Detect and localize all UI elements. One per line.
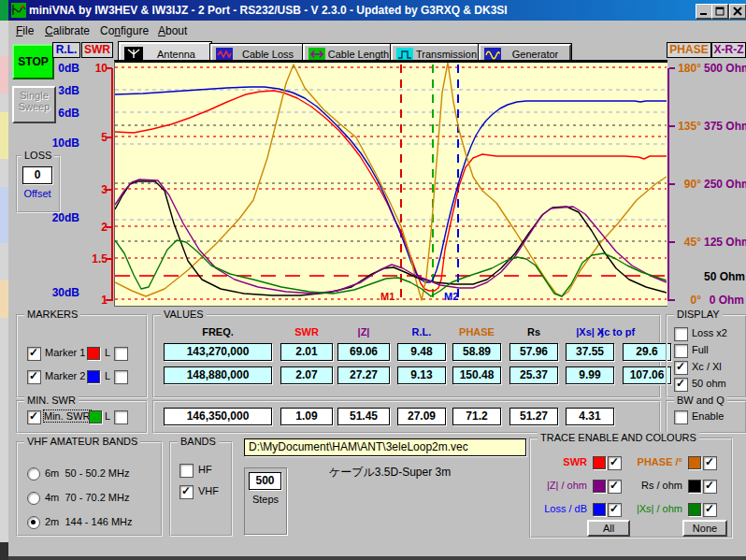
header-rl: R.L. [397,326,446,337]
m2-freq-field[interactable]: 148,880,000 [164,366,272,384]
min-xs-field[interactable]: 4.31 [566,408,614,425]
m1-z-field[interactable]: 69.06 [337,343,390,361]
m1-rl-field[interactable]: 9.48 [397,343,446,361]
marker2-l-checkbox[interactable] [114,370,128,384]
m2-swr-field[interactable]: 2.07 [280,366,333,384]
min-swr-checkbox[interactable] [27,410,41,424]
display-group-title: DISPLAY [674,309,723,320]
trace-swr-swatch[interactable] [593,456,606,469]
window-bottom-edge [8,556,746,560]
ohm50-checkbox[interactable] [674,378,688,392]
min-rs-field[interactable]: 51.27 [509,408,558,425]
marker1-l-checkbox[interactable] [114,347,128,361]
band-4m-radio[interactable] [27,492,40,505]
marker1-checkbox[interactable] [27,347,41,361]
m2-rs-field[interactable]: 25.37 [509,366,558,384]
chart-plot-area[interactable]: M1M2 [114,60,667,307]
vhf-checkbox[interactable] [179,485,194,499]
trace-phase-checkbox[interactable] [703,456,717,470]
trace-xs-swatch[interactable] [688,503,701,516]
trace-swr-checkbox[interactable] [608,456,622,470]
ohm-tick: 500 Ohm [704,62,744,75]
trace-xs-label: |Xs| / ohm [621,503,682,514]
m1-phase-field[interactable]: 58.89 [452,343,501,361]
trace-loss [115,87,667,282]
file-path-field[interactable]: D:\MyDocument\HAM\ANT\3eleLoop2m.vec [244,438,526,456]
db-tick: 10dB [51,136,79,150]
m1-freq-field[interactable]: 143,270,000 [164,343,272,361]
trace-rs-label: Rs / ohm [621,480,682,491]
xc-xl-checkbox[interactable] [674,361,688,375]
min-swr-field[interactable]: 1.09 [280,408,333,425]
antenna-icon [124,47,143,61]
maximize-icon [715,7,724,16]
phase-tick: 0° [673,294,701,307]
m2-rl-field[interactable]: 9.13 [397,366,446,384]
m1-xc-field[interactable]: 29.6 [623,343,671,361]
band-2m-radio[interactable] [27,516,40,529]
loss-offset-input[interactable]: 0 [22,166,52,184]
swr-axis [111,68,113,301]
trace-z-checkbox[interactable] [608,480,622,494]
m2-phase-field[interactable]: 150.48 [452,366,501,384]
min-freq-field[interactable]: 146,350,000 [164,408,272,425]
marker1-color-swatch[interactable] [87,347,100,360]
trace-xs-checkbox[interactable] [703,503,717,517]
loss-group-title: LOSS [22,150,54,161]
close-icon [733,7,742,16]
min-swr-color-swatch[interactable] [89,410,102,424]
trace-loss-checkbox[interactable] [608,503,622,517]
ohm-tick: 375 Ohm [704,120,744,133]
close-button[interactable] [729,4,746,20]
maximize-button[interactable] [711,4,729,20]
bw-enable-checkbox[interactable] [674,410,688,424]
db-tick: 0dB [51,62,79,75]
menu-file[interactable]: File [16,24,34,37]
marker2-color-swatch[interactable] [87,370,100,383]
ohm-tick: 50 Ohm [704,270,744,283]
menu-configure[interactable]: Configure [100,24,149,37]
single-sweep-button[interactable]: Single Sweep [12,86,56,123]
steps-input[interactable]: 500 [249,472,281,490]
phase-tick: 180° [673,62,701,75]
m2-xc-field[interactable]: 107.06 [623,366,671,384]
generator-icon [484,48,501,61]
swr-axis-tick [106,67,112,69]
markers-group-title: MARKERS [24,309,80,320]
min-z-field[interactable]: 51.45 [337,408,390,425]
bw-enable-label: Enable [692,410,724,422]
full-checkbox[interactable] [674,344,688,358]
bw-q-group-title: BW and Q [674,395,727,406]
trace-none-button[interactable]: None [682,520,727,537]
band-6m-radio[interactable] [27,467,40,481]
m2-z-field[interactable]: 27.27 [337,366,390,384]
trace-rs-swatch[interactable] [688,480,701,493]
swr-axis-tick [106,136,112,138]
min-rl-field[interactable]: 27.09 [397,408,446,425]
display-group: DISPLAY Loss x2 Full Xc / Xl 50 ohm [666,314,746,398]
hf-checkbox[interactable] [179,464,194,478]
stop-button[interactable]: STOP [12,44,54,79]
menu-calibrate[interactable]: Calibrate [45,24,90,37]
trace-all-button[interactable]: All [587,520,630,537]
loss-x2-checkbox[interactable] [674,327,688,341]
min-phase-field[interactable]: 71.2 [452,408,501,425]
m1-swr-field[interactable]: 2.01 [280,343,333,361]
swr-axis-tick [106,258,112,260]
marker1-l-label: L [105,347,110,358]
m1-xs-field[interactable]: 37.55 [566,343,614,361]
trace-loss-swatch[interactable] [593,503,606,516]
bands-group: BANDS HF VHF [169,441,233,537]
marker2-checkbox[interactable] [27,370,41,384]
m1-rs-field[interactable]: 57.96 [509,343,558,361]
trace-z-swatch[interactable] [593,480,606,493]
trace-rs-checkbox[interactable] [703,480,717,494]
trace-phase-swatch[interactable] [688,456,701,469]
swr-axis-tick [106,189,112,191]
menu-about[interactable]: About [158,24,187,37]
values-group-title: VALUES [161,309,207,320]
app-icon [11,3,26,18]
m2-xs-field[interactable]: 9.99 [566,366,614,384]
header-rs: Rs [509,326,558,337]
min-swr-l-checkbox[interactable] [114,410,128,424]
